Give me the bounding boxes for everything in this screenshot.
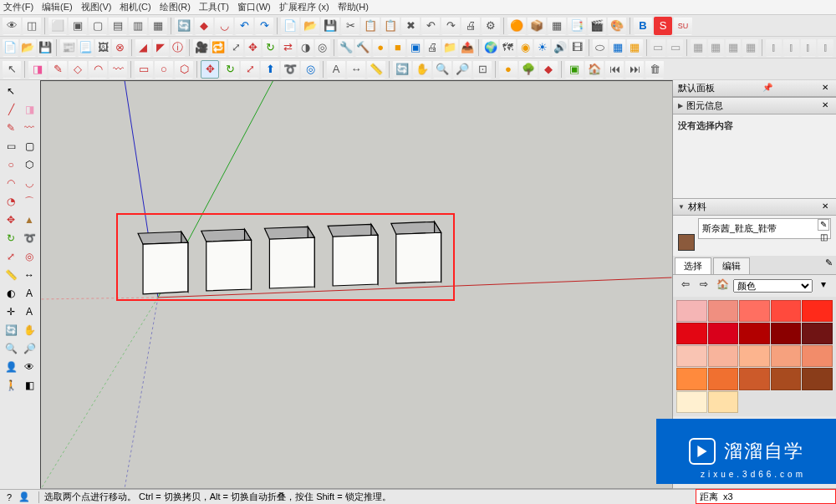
material-icon[interactable]: 🟠 [507, 17, 526, 35]
ruby-icon[interactable]: ◆ [539, 60, 558, 79]
su-red-icon[interactable]: S [654, 17, 672, 35]
xray-icon[interactable]: ◫ [23, 17, 41, 35]
tape2-icon[interactable]: 📏 [3, 267, 19, 283]
light-icon[interactable]: ☀ [534, 38, 550, 57]
text2-icon[interactable]: A [21, 285, 38, 302]
right-view-icon[interactable]: ▤ [109, 17, 127, 35]
pie-icon[interactable]: ◔ [3, 193, 19, 210]
offset2-icon[interactable]: ◎ [301, 60, 319, 79]
delete2-icon[interactable]: ⊗ [112, 38, 128, 57]
layers-icon[interactable]: ▦ [609, 38, 625, 57]
rect-icon[interactable]: ▭ [135, 60, 153, 79]
color-swatch[interactable] [676, 345, 707, 367]
grid3-icon[interactable]: ▦ [726, 38, 742, 57]
cut-icon[interactable]: ✂ [341, 17, 359, 35]
line-icon[interactable]: ╱ [3, 101, 19, 118]
zoomwin-icon[interactable]: ⊡ [473, 60, 492, 79]
pushpull2-icon[interactable]: ⬆ [261, 60, 279, 79]
poly2-icon[interactable]: ⬡ [21, 156, 38, 173]
section-icon[interactable]: ◢ [135, 38, 151, 57]
save2-icon[interactable]: 💾 [38, 38, 54, 57]
pencil-icon[interactable]: ✎ [48, 60, 67, 79]
globe-icon[interactable]: 🌍 [482, 38, 498, 57]
look-icon[interactable]: 👁 [21, 359, 38, 375]
pan2-icon[interactable]: ✋ [21, 322, 38, 339]
anim-icon[interactable]: 🎥 [193, 38, 209, 57]
sample-paint-icon[interactable]: ✎ [821, 257, 836, 271]
rot-icon[interactable]: ↻ [263, 38, 278, 57]
default-material-icon[interactable]: ◫ [818, 232, 829, 244]
tray-header[interactable]: 默认面板 📌 ✕ [673, 80, 836, 97]
3d-viewport[interactable] [40, 80, 673, 489]
sel-icon[interactable]: ↖ [3, 83, 19, 99]
select-arrow-icon[interactable]: ↖ [3, 60, 21, 79]
layer-icon[interactable]: 📑 [568, 17, 586, 35]
scale2-icon[interactable]: ⤢ [241, 60, 259, 79]
color-swatch[interactable] [676, 300, 707, 322]
seg1-icon[interactable]: ⫿ [766, 38, 782, 57]
bringfront-icon[interactable]: ⏭ [625, 60, 644, 79]
sphere-icon[interactable]: ● [373, 38, 389, 57]
tools2-icon[interactable]: 🔨 [355, 38, 371, 57]
color-swatch[interactable] [676, 323, 707, 344]
menu-window[interactable]: 窗口(W) [237, 1, 271, 13]
user-status-icon[interactable]: 👤 [18, 491, 30, 503]
current-material-swatch[interactable] [678, 234, 695, 251]
menu-camera[interactable]: 相机(C) [120, 1, 150, 13]
color-swatch[interactable] [708, 323, 739, 344]
material-name-field[interactable]: 斯奈茜_鞋底_鞋带 [698, 218, 831, 239]
grid2-icon[interactable]: ▦ [708, 38, 724, 57]
delete-icon[interactable]: ✖ [401, 17, 420, 35]
undo2-icon[interactable]: ↶ [421, 17, 440, 35]
copy-icon[interactable]: 📋 [361, 17, 380, 35]
page-settings-icon[interactable]: 📃 [78, 38, 94, 57]
box-icon[interactable]: ■ [390, 38, 405, 57]
color-swatch[interactable] [676, 368, 707, 389]
tray-pin-icon[interactable]: 📌 [762, 83, 773, 94]
redo2-icon[interactable]: ↷ [441, 17, 460, 35]
undo-icon[interactable]: ↶ [235, 17, 253, 35]
position-icon[interactable]: 👤 [3, 359, 19, 375]
eraser-icon[interactable]: ◨ [28, 60, 47, 79]
color-swatch[interactable] [739, 300, 770, 322]
color-swatch[interactable] [708, 345, 739, 367]
move-icon[interactable]: ✥ [201, 60, 219, 79]
color-swatch[interactable] [802, 368, 833, 389]
menu-draw[interactable]: 绘图(R) [160, 1, 191, 13]
pill-icon[interactable]: ⬭ [593, 38, 609, 57]
collapse-icon[interactable]: ▶ [678, 102, 683, 109]
pencil2-icon[interactable]: ✎ [3, 120, 19, 136]
menu-edit[interactable]: 编辑(E) [42, 1, 73, 13]
style-icon[interactable]: 🎨 [608, 17, 626, 35]
film-icon[interactable]: 🎞 [569, 38, 585, 57]
text-icon[interactable]: A [327, 60, 345, 79]
menu-file[interactable]: 文件(F) [3, 1, 33, 13]
scale3-icon[interactable]: ⤢ [3, 248, 19, 265]
export2-icon[interactable]: 📤 [460, 38, 476, 57]
left-view-icon[interactable]: ▦ [149, 17, 167, 35]
menu-tools[interactable]: 工具(T) [199, 1, 229, 13]
grid1-icon[interactable]: ▦ [691, 38, 706, 57]
color-swatch[interactable] [739, 345, 770, 367]
poly-icon[interactable]: ⬡ [175, 60, 193, 79]
orbit3-icon[interactable]: 🔄 [3, 322, 19, 339]
entity-info-close-icon[interactable]: ✕ [819, 100, 831, 112]
bluebox-icon[interactable]: ▣ [407, 38, 423, 57]
arc2-icon[interactable]: ◠ [89, 60, 107, 79]
win1-icon[interactable]: ▭ [650, 38, 666, 57]
color-swatch[interactable] [771, 345, 802, 367]
info-icon[interactable]: ⓘ [171, 38, 186, 57]
3dtext-icon[interactable]: A [21, 303, 38, 320]
color-swatch[interactable] [802, 345, 833, 367]
flip-icon[interactable]: ⇄ [280, 38, 296, 57]
arc-icon[interactable]: ◡ [215, 17, 233, 35]
zoomext-icon[interactable]: 🔎 [453, 60, 472, 79]
layersg-icon[interactable]: ▦ [627, 38, 643, 57]
color-swatch[interactable] [708, 391, 739, 413]
move3-icon[interactable]: ✥ [3, 211, 19, 228]
pp-icon[interactable]: ▲ [21, 211, 38, 228]
offset3-icon[interactable]: ◎ [21, 248, 38, 265]
offset-icon[interactable]: ◎ [315, 38, 331, 57]
zoomext2-icon[interactable]: 🔎 [21, 340, 38, 357]
material-collection-dropdown[interactable]: 颜色 [733, 279, 813, 293]
